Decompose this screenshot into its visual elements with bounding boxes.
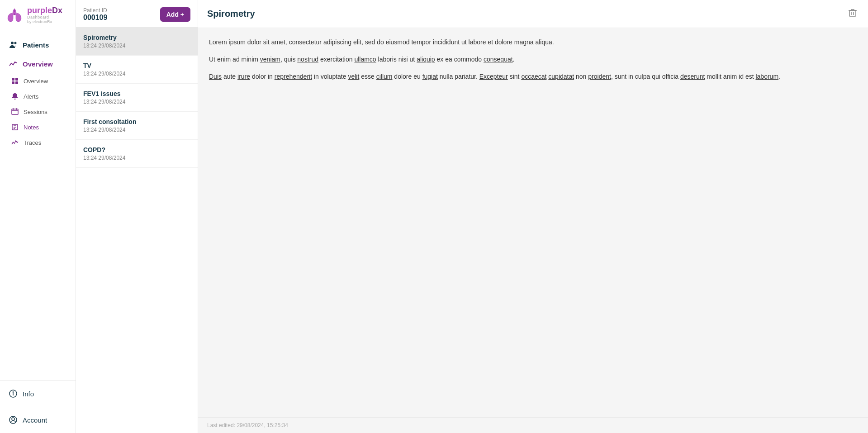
note-title: FEV1 issues [83, 90, 190, 97]
nav-overview-label: Overview [23, 60, 53, 68]
svg-rect-3 [15, 78, 18, 81]
svg-point-1 [14, 42, 17, 44]
nav-patients-section: Patients Overview Overview Alerts Ses [0, 31, 76, 155]
notes-icon [11, 123, 19, 131]
sidebar-item-notes[interactable]: Notes [0, 119, 76, 135]
note-paragraph-2: Ut enim ad minim veniam, quis nostrud ex… [209, 54, 857, 65]
svg-point-11 [13, 392, 14, 393]
note-date: 13:24 29/08/2024 [83, 127, 190, 133]
note-item-fev1[interactable]: FEV1 issues 13:24 29/08/2024 [76, 84, 198, 112]
delete-note-button[interactable] [846, 6, 859, 21]
note-text-content: Lorem ipsum dolor sit amet, consectetur … [209, 37, 857, 82]
notes-header: Patient ID 000109 Add + [76, 0, 198, 28]
note-date: 13:24 29/08/2024 [83, 71, 190, 77]
note-paragraph-3: Duis aute irure dolor in reprehenderit i… [209, 71, 857, 82]
sidebar-item-sessions[interactable]: Sessions [0, 104, 76, 119]
note-item-copd[interactable]: COPD? 13:24 29/08/2024 [76, 140, 198, 168]
note-item-spirometry[interactable]: Spirometry 13:24 29/08/2024 [76, 28, 198, 56]
logo-text: purpleDx Dashboard by electronRx [27, 6, 62, 24]
patient-info: Patient ID 000109 [83, 7, 107, 22]
sidebar-traces-label: Traces [24, 139, 41, 146]
notes-panel: Patient ID 000109 Add + Spirometry 13:24… [76, 0, 198, 433]
note-title: First consoltation [83, 118, 190, 125]
sidebar-bottom: Info Account [0, 380, 76, 433]
note-content-title: Spirometry [207, 9, 255, 19]
nav-overview[interactable]: Overview [0, 54, 76, 73]
note-list: Spirometry 13:24 29/08/2024 TV 13:24 29/… [76, 28, 198, 433]
svg-point-0 [11, 42, 14, 44]
nav-patients[interactable]: Patients [0, 35, 76, 54]
sidebar-item-overview[interactable]: Overview [0, 73, 76, 89]
note-item-first-consoltation[interactable]: First consoltation 13:24 29/08/2024 [76, 112, 198, 140]
overview-sub-icon [11, 77, 19, 85]
content-body: Lorem ipsum dolor sit amet, consectetur … [198, 28, 868, 417]
sidebar-item-traces[interactable]: Traces [0, 135, 76, 150]
svg-rect-5 [15, 81, 18, 84]
note-date: 13:24 29/08/2024 [83, 99, 190, 105]
lung-icon [5, 6, 24, 24]
svg-point-13 [12, 418, 14, 420]
sessions-icon [11, 108, 19, 116]
note-title: Spirometry [83, 34, 190, 41]
sidebar: purpleDx Dashboard by electronRx Patient… [0, 0, 76, 433]
logo-area: purpleDx Dashboard by electronRx [0, 0, 76, 31]
svg-rect-7 [13, 108, 14, 110]
overview-icon [8, 59, 18, 69]
svg-rect-2 [12, 78, 14, 81]
last-edited: Last edited: 29/08/2024, 15:25:34 [207, 422, 288, 428]
sidebar-overview-label: Overview [24, 78, 48, 85]
svg-rect-8 [16, 108, 17, 110]
sidebar-item-alerts[interactable]: Alerts [0, 89, 76, 104]
note-paragraph-1: Lorem ipsum dolor sit amet, consectetur … [209, 37, 857, 48]
traces-icon [11, 138, 19, 147]
note-date: 13:24 29/08/2024 [83, 43, 190, 49]
sidebar-notes-label: Notes [24, 124, 39, 131]
content-footer: Last edited: 29/08/2024, 15:25:34 [198, 417, 868, 433]
patient-id-value: 000109 [83, 14, 107, 22]
note-date: 13:24 29/08/2024 [83, 155, 190, 161]
alerts-icon [11, 92, 19, 100]
nav-patients-label: Patients [23, 41, 49, 49]
patient-id-label: Patient ID [83, 7, 107, 14]
patients-icon [8, 40, 18, 50]
content-header: Spirometry [198, 0, 868, 28]
info-icon [8, 389, 18, 399]
nav-info-label: Info [23, 390, 34, 398]
sidebar-sessions-label: Sessions [24, 109, 47, 115]
svg-rect-6 [12, 109, 18, 114]
note-title: TV [83, 62, 190, 69]
content-panel: Spirometry Lorem ipsum dolor sit amet, c… [198, 0, 868, 433]
svg-rect-4 [12, 81, 14, 84]
svg-rect-14 [849, 10, 856, 16]
add-note-button[interactable]: Add + [160, 7, 190, 22]
nav-account[interactable]: Account [0, 407, 76, 433]
account-icon [8, 415, 18, 425]
nav-account-label: Account [23, 416, 47, 424]
note-title: COPD? [83, 146, 190, 153]
sidebar-alerts-label: Alerts [24, 93, 38, 100]
nav-info[interactable]: Info [0, 381, 76, 407]
note-item-tv[interactable]: TV 13:24 29/08/2024 [76, 56, 198, 84]
